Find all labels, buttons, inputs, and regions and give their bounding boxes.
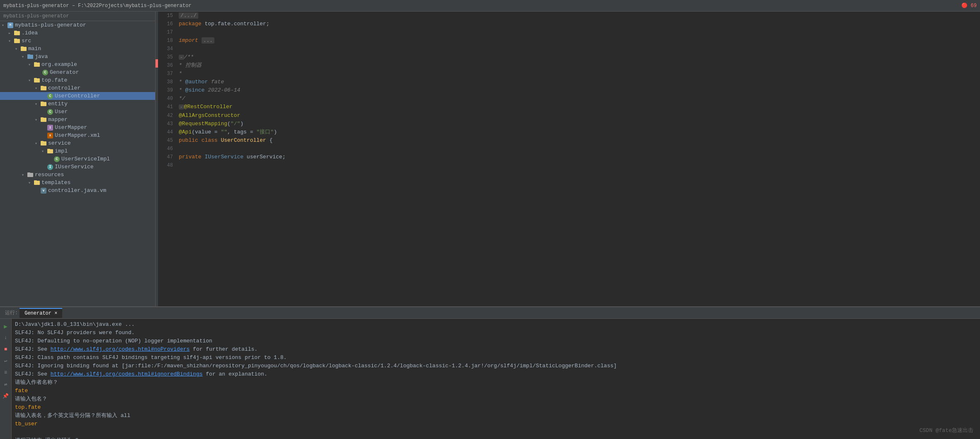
code-content[interactable]: 15 /.../ 16 package top.fate.controller;… <box>156 12 980 306</box>
tree-arrow-java[interactable] <box>22 54 27 59</box>
sidebar-project-label: mybatis-plus-generator <box>3 13 69 19</box>
line-num-42: 42 <box>158 112 177 120</box>
tree-item-controllerjavavm[interactable]: V controller.java.vm <box>0 187 155 194</box>
code-line-40: 40 */ <box>158 95 980 103</box>
folder-icon-topfate <box>34 78 40 82</box>
tree-item-topfate[interactable]: top.fate <box>0 76 155 84</box>
panel-tabs: 运行: Generator × <box>0 307 980 319</box>
line-content-46 <box>177 145 980 153</box>
line-num-36: 36 <box>158 61 177 70</box>
code-line-18: 18 import ... <box>158 36 980 45</box>
run-button[interactable]: ▶ <box>2 322 10 330</box>
java-class-icon-generator: C <box>42 70 48 75</box>
tab-generator[interactable]: Generator × <box>19 308 62 318</box>
tree-arrow-main[interactable] <box>15 46 21 51</box>
tree-arrow-service[interactable] <box>35 141 41 146</box>
line-num-43: 43 <box>158 120 177 128</box>
code-line-44: 44 @Api(value = "", tags = "接口") <box>158 128 980 136</box>
tree-item-src[interactable]: src <box>0 37 155 45</box>
tree-arrow-mapper[interactable] <box>35 117 41 122</box>
tree-item-templates[interactable]: templates <box>0 179 155 187</box>
run-line-1: D:\Java\jdk1.8.0_131\bin\java.exe ... <box>15 320 977 329</box>
line-num-41: 41 <box>158 103 177 111</box>
tree-item-java[interactable]: java <box>0 53 155 61</box>
tree-item-userserviceimpl[interactable]: C UserServiceImpl <box>0 155 155 163</box>
java-class-icon-user: C <box>47 109 53 115</box>
code-line-16: 16 package top.fate.controller; <box>158 20 980 28</box>
down-button[interactable]: ↓ <box>2 334 10 342</box>
run-line-3: SLF4J: Defaulting to no-operation (NOP) … <box>15 337 977 345</box>
tree-arrow-entity[interactable] <box>35 102 41 107</box>
tree-arrow-controller[interactable] <box>35 86 41 91</box>
tree-item-idea[interactable]: .idea <box>0 29 155 37</box>
wrap-button[interactable]: ⇌ <box>2 380 10 388</box>
tree-item-usermapper[interactable]: I UserMapper <box>0 124 155 131</box>
sidebar-header: mybatis-plus-generator <box>0 12 155 21</box>
tree-arrow-topfate[interactable] <box>28 78 34 83</box>
line-content-45: public class UserController { <box>177 136 980 145</box>
run-line-10: 请输入包名？ <box>15 395 977 403</box>
line-num-35: 35 <box>158 53 177 61</box>
tree-label-root: mybatis-plus-generator <box>15 22 86 28</box>
fold-35[interactable]: - <box>179 55 184 60</box>
pin-button[interactable]: 📌 <box>2 392 10 400</box>
folder-icon-entity <box>41 102 46 106</box>
tree-arrow-idea[interactable] <box>8 31 14 36</box>
fold-18[interactable]: ... <box>202 37 214 44</box>
code-line-47: 47 private IUserService userService; <box>158 153 980 161</box>
tree-item-org[interactable]: org.example <box>0 61 155 68</box>
fold-41[interactable]: - <box>179 104 184 109</box>
tree-item-main[interactable]: main <box>0 45 155 53</box>
stop-button[interactable]: ■ <box>2 345 10 354</box>
line-content-18: import ... <box>177 36 980 45</box>
tree-arrow-root[interactable] <box>2 23 7 28</box>
code-line-38: 38 * @author fate <box>158 78 980 86</box>
line-content-40: */ <box>177 95 980 103</box>
line-content-41: -@RestController <box>177 103 980 111</box>
folder-icon-idea <box>14 31 20 35</box>
run-line-12: 请输入表名，多个英文逗号分隔？所有输入 all <box>15 412 977 420</box>
module-icon: M <box>7 22 13 28</box>
tree-label-usermapper: UserMapper <box>55 124 87 131</box>
line-content-34 <box>177 45 980 53</box>
tree-arrow-templates[interactable] <box>28 180 34 185</box>
tree-label-iuserservice: IUserService <box>55 164 94 170</box>
line-content-16: package top.fate.controller; <box>177 20 980 28</box>
tree-item-resources[interactable]: resources <box>0 171 155 179</box>
tree-item-entity[interactable]: entity <box>0 100 155 108</box>
link-noproviders[interactable]: http://www.slf4j.org/codes.html#noProvid… <box>51 346 190 352</box>
link-ignoredbindings[interactable]: http://www.slf4j.org/codes.html#ignoredB… <box>51 371 203 377</box>
line-content-36: * 控制器 <box>177 61 980 70</box>
code-line-41: 41 -@RestController <box>158 103 980 111</box>
tree-arrow-org[interactable] <box>28 62 34 67</box>
run-line-5: SLF4J: Class path contains SLF4J binding… <box>15 354 977 362</box>
folder-icon-impl <box>47 149 53 153</box>
tree-item-mapper[interactable]: mapper <box>0 116 155 124</box>
line-content-39: * @since 2022-06-14 <box>177 86 980 95</box>
tree-item-usermapperxml[interactable]: X UserMapper.xml <box>0 131 155 139</box>
tree-label-topfate: top.fate <box>41 77 67 83</box>
tree-item-service[interactable]: service <box>0 139 155 147</box>
rerun-button[interactable]: ↩ <box>2 357 10 365</box>
line-num-18: 18 <box>158 36 177 45</box>
line-num-17: 17 <box>158 28 177 36</box>
tree-arrow-src[interactable] <box>8 39 14 44</box>
tree-label-service: service <box>48 140 71 146</box>
error-badge: 🔴 69 <box>961 2 977 9</box>
tree-item-user[interactable]: C User <box>0 108 155 116</box>
tree-label-generator: Generator <box>50 69 79 75</box>
tree-item-impl[interactable]: impl <box>0 147 155 155</box>
tree-item-iuserservice[interactable]: I IUserService <box>0 163 155 171</box>
code-line-37: 37 * <box>158 70 980 78</box>
tree-item-controller[interactable]: controller <box>0 84 155 92</box>
tree-item-usercontroller[interactable]: C UserController <box>0 92 155 100</box>
scroll-button[interactable]: ≡ <box>2 369 10 377</box>
tree-label-mapper: mapper <box>48 116 68 123</box>
tree-arrow-resources[interactable] <box>22 172 27 177</box>
fold-15[interactable]: /.../ <box>179 12 198 19</box>
run-line-4: SLF4J: See http://www.slf4j.org/codes.ht… <box>15 345 977 354</box>
run-line-7: SLF4J: See http://www.slf4j.org/codes.ht… <box>15 370 977 378</box>
tree-arrow-impl[interactable] <box>41 149 47 154</box>
tree-item-root[interactable]: M mybatis-plus-generator <box>0 21 155 29</box>
tree-item-generator[interactable]: C Generator <box>0 68 155 76</box>
